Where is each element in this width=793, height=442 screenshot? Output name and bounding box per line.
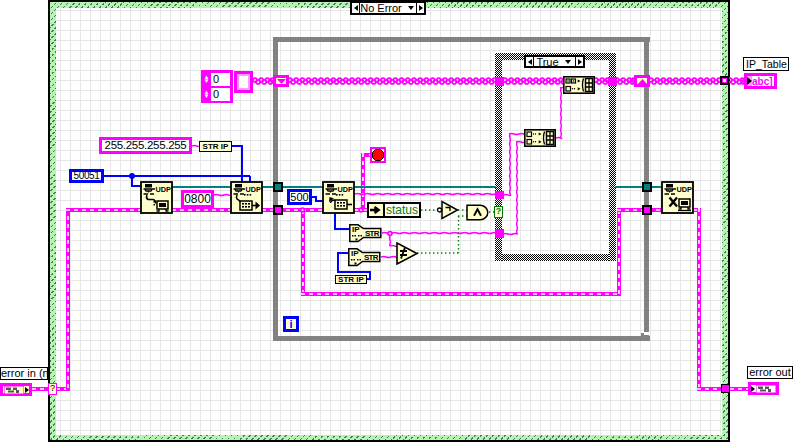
svg-text:UDP: UDP <box>338 185 354 194</box>
svg-text:UDP: UDP <box>677 185 693 194</box>
svg-text:IP: IP <box>352 225 360 234</box>
svg-text:UDP: UDP <box>156 185 172 194</box>
svg-text:STR: STR <box>365 229 380 238</box>
svg-text:STR: STR <box>364 253 379 262</box>
svg-text:IP: IP <box>351 249 359 258</box>
svg-text:UDP: UDP <box>246 185 262 194</box>
